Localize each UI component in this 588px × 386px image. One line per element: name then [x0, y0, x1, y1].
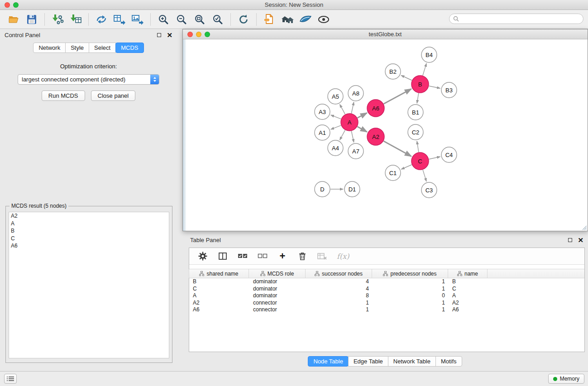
table-settings-gear-icon[interactable] [197, 251, 208, 262]
node-A5[interactable]: A5 [328, 89, 343, 104]
node-B3[interactable]: B3 [441, 82, 457, 98]
node-D1[interactable]: D1 [344, 181, 360, 197]
edge-A6-B[interactable] [384, 89, 411, 104]
close-window-button[interactable] [5, 2, 10, 8]
edge-A-A8[interactable] [351, 102, 354, 114]
edge-B-B3[interactable] [429, 86, 440, 88]
node-A1[interactable]: A1 [315, 125, 330, 140]
column-header-shared-name[interactable]: shared name [189, 269, 249, 278]
node-C1[interactable]: C1 [385, 165, 401, 181]
export-image-icon[interactable] [131, 13, 144, 26]
edge-A-A5[interactable] [340, 105, 345, 114]
tab-network-table[interactable]: Network Table [388, 356, 436, 367]
edge-B-B1[interactable] [417, 93, 419, 104]
node-A[interactable]: A [341, 114, 358, 131]
column-header-name[interactable]: name [448, 269, 488, 278]
search-input[interactable] [461, 16, 579, 22]
mcds-result-item[interactable]: B [9, 227, 169, 235]
node-A6[interactable]: A6 [367, 100, 384, 117]
edge-B-B2[interactable] [401, 76, 412, 81]
home-icon[interactable] [281, 13, 294, 26]
node-C3[interactable]: C3 [421, 182, 437, 198]
node-B1[interactable]: B1 [408, 105, 423, 120]
column-header-MCDS-role[interactable]: MCDS role [249, 269, 306, 278]
network-zoom-button[interactable] [205, 32, 210, 37]
network-minimize-button[interactable] [196, 32, 201, 37]
node-A2[interactable]: A2 [367, 128, 384, 145]
open-session-icon[interactable] [7, 13, 20, 26]
edge-C-C3[interactable] [423, 170, 426, 181]
edge-A-A3[interactable] [331, 115, 341, 119]
tab-style[interactable]: Style [65, 43, 89, 53]
zoom-selected-icon[interactable] [211, 13, 225, 26]
float-panel-icon[interactable] [157, 33, 161, 37]
table-row[interactable]: A6connector11A6 [189, 306, 584, 314]
tab-edge-table[interactable]: Edge Table [348, 356, 388, 367]
mcds-result-item[interactable]: A [9, 220, 169, 228]
node-D[interactable]: D [315, 181, 330, 197]
edge-A-A2[interactable] [358, 127, 367, 132]
float-table-panel-icon[interactable] [568, 238, 572, 242]
node-A3[interactable]: A3 [315, 104, 330, 119]
node-A4[interactable]: A4 [328, 140, 343, 156]
import-network-from-file-icon[interactable] [51, 13, 64, 26]
edge-A-A1[interactable] [331, 125, 341, 129]
import-table-from-file-icon[interactable] [69, 13, 82, 26]
network-canvas[interactable]: B4B2BB3A8A5A6B1A3AC2A1A2A4A7C4CC1C3DD1 [183, 39, 588, 231]
zoom-window-button[interactable] [13, 2, 19, 8]
zoom-in-icon[interactable] [157, 13, 170, 26]
tab-motifs[interactable]: Motifs [435, 356, 462, 367]
table-row[interactable]: Adominator80A [189, 292, 584, 300]
node-C[interactable]: C [411, 152, 429, 170]
network-close-button[interactable] [187, 32, 193, 37]
export-table-icon[interactable] [113, 13, 126, 26]
column-header-successor-nodes[interactable]: successor nodes [306, 269, 372, 278]
edge-A2-C[interactable] [384, 141, 411, 157]
node-A7[interactable]: A7 [348, 143, 363, 159]
edge-A-A7[interactable] [351, 131, 354, 143]
close-panel-button[interactable]: Close panel [91, 91, 136, 101]
node-B[interactable]: B [411, 76, 429, 93]
edge-A-A4[interactable] [340, 130, 345, 140]
node-B2[interactable]: B2 [385, 64, 401, 79]
tab-network[interactable]: Network [33, 43, 66, 53]
tab-select[interactable]: Select [89, 43, 116, 53]
memory-button[interactable]: Memory [548, 374, 584, 384]
zoom-out-icon[interactable] [175, 13, 188, 26]
delete-icon[interactable] [297, 251, 308, 262]
tab-mcds[interactable]: MCDS [115, 43, 143, 53]
close-table-panel-icon[interactable]: ✕ [578, 237, 583, 243]
close-panel-icon[interactable]: ✕ [167, 32, 172, 38]
mcds-result-list[interactable]: A2ABCA6 [9, 212, 169, 358]
table-row[interactable]: Cdominator41C [189, 286, 584, 293]
select-all-icon[interactable] [237, 251, 248, 262]
node-C2[interactable]: C2 [408, 124, 423, 140]
edge-A-A6[interactable] [358, 113, 367, 118]
mcds-result-item[interactable]: A2 [9, 212, 169, 220]
edge-B-B4[interactable] [423, 63, 426, 76]
apply-style-icon[interactable] [299, 13, 312, 26]
tab-node-table[interactable]: Node Table [308, 356, 349, 367]
zoom-fit-icon[interactable] [193, 13, 206, 26]
show-columns-icon[interactable] [217, 251, 228, 262]
export-network-icon[interactable] [95, 13, 108, 26]
node-C4[interactable]: C4 [441, 147, 457, 162]
search-field[interactable] [449, 14, 583, 24]
open-document-icon[interactable] [263, 13, 276, 26]
deselect-all-icon[interactable] [257, 251, 268, 262]
table-row[interactable]: A2connector11A2 [189, 300, 584, 307]
criterion-dropdown[interactable]: largest connected component (directed) [18, 74, 159, 85]
add-column-icon[interactable]: + [277, 251, 288, 262]
edge-C-C2[interactable] [417, 141, 419, 152]
table-row[interactable]: Bdominator41B [189, 278, 584, 286]
resize-grip-icon[interactable] [582, 225, 587, 230]
refresh-view-icon[interactable] [237, 13, 250, 26]
mcds-result-item[interactable]: A6 [9, 242, 169, 250]
run-mcds-button[interactable]: Run MCDS [42, 91, 85, 101]
node-B4[interactable]: B4 [421, 47, 437, 62]
save-session-icon[interactable] [25, 13, 38, 26]
node-A8[interactable]: A8 [348, 86, 363, 101]
network-graph[interactable]: B4B2BB3A8A5A6B1A3AC2A1A2A4A7C4CC1C3DD1 [183, 39, 588, 231]
column-header-predecessor-nodes[interactable]: predecessor nodes [372, 269, 448, 278]
mcds-result-item[interactable]: C [9, 235, 169, 243]
